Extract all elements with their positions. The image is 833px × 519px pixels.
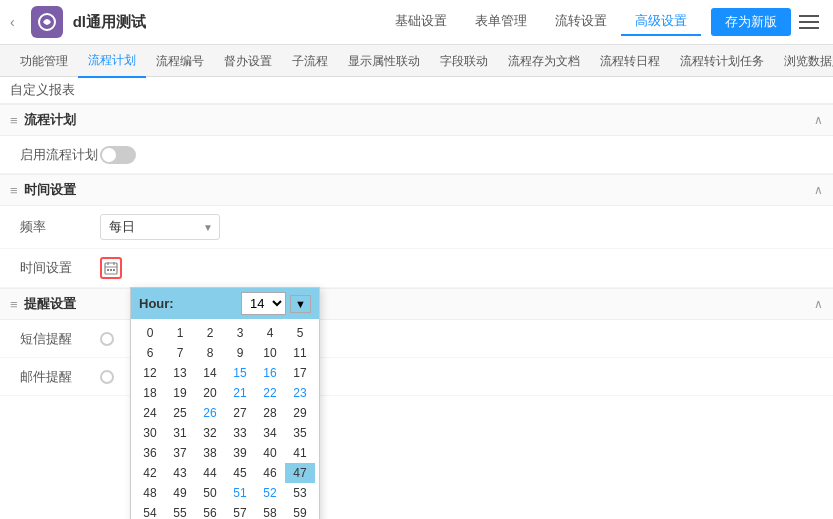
- hour-cell-28[interactable]: 28: [255, 403, 285, 423]
- hour-cell-56[interactable]: 56: [195, 503, 225, 519]
- hour-cell-52[interactable]: 52: [255, 483, 285, 503]
- hour-cell-38[interactable]: 38: [195, 443, 225, 463]
- hour-cell-0[interactable]: 0: [135, 323, 165, 343]
- hour-cell-43[interactable]: 43: [165, 463, 195, 483]
- hour-cell-6[interactable]: 6: [135, 343, 165, 363]
- nav-function-management[interactable]: 功能管理: [10, 45, 78, 77]
- hour-cell-36[interactable]: 36: [135, 443, 165, 463]
- tab-flow-settings[interactable]: 流转设置: [541, 8, 621, 36]
- hour-cell-12[interactable]: 12: [135, 363, 165, 383]
- nav-process-number[interactable]: 流程编号: [146, 45, 214, 77]
- hour-cell-53[interactable]: 53: [285, 483, 315, 503]
- form-row-time-setting: 时间设置 Hour:: [0, 249, 833, 288]
- hour-cell-23[interactable]: 23: [285, 383, 315, 403]
- hour-cell-40[interactable]: 40: [255, 443, 285, 463]
- frequency-select[interactable]: 每日: [100, 214, 220, 240]
- hour-cell-45[interactable]: 45: [225, 463, 255, 483]
- app-container: ‹ dl通用测试 基础设置 表单管理 流转设置 高级设置 存为新版 功能管理 流…: [0, 0, 833, 396]
- nav-sub-process[interactable]: 子流程: [282, 45, 338, 77]
- hour-cell-19[interactable]: 19: [165, 383, 195, 403]
- time-picker-icon[interactable]: [100, 257, 122, 279]
- hour-cell-15[interactable]: 15: [225, 363, 255, 383]
- svg-rect-7: [113, 269, 115, 271]
- hour-cell-51[interactable]: 51: [225, 483, 255, 503]
- enable-plan-toggle[interactable]: [100, 146, 136, 164]
- section-reminder-label: 提醒设置: [24, 295, 76, 313]
- hour-cell-13[interactable]: 13: [165, 363, 195, 383]
- hour-cell-59[interactable]: 59: [285, 503, 315, 519]
- sms-radio[interactable]: [100, 332, 114, 346]
- hour-cell-30[interactable]: 30: [135, 423, 165, 443]
- hour-cell-33[interactable]: 33: [225, 423, 255, 443]
- hour-cell-41[interactable]: 41: [285, 443, 315, 463]
- back-button[interactable]: ‹: [10, 14, 15, 30]
- nav-process-to-doc[interactable]: 流程存为文档: [498, 45, 590, 77]
- hour-cell-48[interactable]: 48: [135, 483, 165, 503]
- hour-cell-55[interactable]: 55: [165, 503, 195, 519]
- hour-cell-27[interactable]: 27: [225, 403, 255, 423]
- hour-cell-26[interactable]: 26: [195, 403, 225, 423]
- email-radio[interactable]: [100, 370, 114, 384]
- hour-cell-49[interactable]: 49: [165, 483, 195, 503]
- save-new-version-button[interactable]: 存为新版: [711, 8, 791, 36]
- hour-cell-50[interactable]: 50: [195, 483, 225, 503]
- hour-cell-21[interactable]: 21: [225, 383, 255, 403]
- hour-cell-7[interactable]: 7: [165, 343, 195, 363]
- hour-select[interactable]: 14: [241, 292, 286, 315]
- hour-cell-2[interactable]: 2: [195, 323, 225, 343]
- hour-cell-5[interactable]: 5: [285, 323, 315, 343]
- hour-cell-31[interactable]: 31: [165, 423, 195, 443]
- hour-cell-35[interactable]: 35: [285, 423, 315, 443]
- hour-cell-57[interactable]: 57: [225, 503, 255, 519]
- content-area: ≡ 流程计划 启用流程计划 ≡ 时间设置 频率: [0, 104, 833, 396]
- frequency-value: 每日: [109, 218, 135, 236]
- nav-process-to-task[interactable]: 流程转计划任务: [670, 45, 774, 77]
- hour-cell-1[interactable]: 1: [165, 323, 195, 343]
- hour-cell-47[interactable]: 47: [285, 463, 315, 483]
- menu-icon[interactable]: [799, 10, 823, 34]
- form-row-email-reminder: 邮件提醒: [0, 358, 833, 396]
- nav-process-plan[interactable]: 流程计划: [78, 44, 146, 78]
- hour-cell-18[interactable]: 18: [135, 383, 165, 403]
- hour-cell-54[interactable]: 54: [135, 503, 165, 519]
- hour-cell-29[interactable]: 29: [285, 403, 315, 423]
- popup-title: Hour:: [139, 296, 174, 311]
- nav-display-attr-link[interactable]: 显示属性联动: [338, 45, 430, 77]
- hour-cell-11[interactable]: 11: [285, 343, 315, 363]
- hour-cell-25[interactable]: 25: [165, 403, 195, 423]
- hour-cell-42[interactable]: 42: [135, 463, 165, 483]
- hour-cell-44[interactable]: 44: [195, 463, 225, 483]
- nav-process-to-schedule[interactable]: 流程转日程: [590, 45, 670, 77]
- hour-cell-20[interactable]: 20: [195, 383, 225, 403]
- hour-cell-3[interactable]: 3: [225, 323, 255, 343]
- hour-cell-58[interactable]: 58: [255, 503, 285, 519]
- hour-cell-10[interactable]: 10: [255, 343, 285, 363]
- hour-cell-22[interactable]: 22: [255, 383, 285, 403]
- form-row-enable-plan: 启用流程计划: [0, 136, 833, 174]
- hour-cell-34[interactable]: 34: [255, 423, 285, 443]
- nav-supervision-settings[interactable]: 督办设置: [214, 45, 282, 77]
- hour-cell-37[interactable]: 37: [165, 443, 195, 463]
- hour-cell-39[interactable]: 39: [225, 443, 255, 463]
- section-process-plan-header: ≡ 流程计划: [0, 104, 833, 136]
- svg-rect-5: [107, 269, 109, 271]
- hour-cell-46[interactable]: 46: [255, 463, 285, 483]
- hour-cell-24[interactable]: 24: [135, 403, 165, 423]
- hour-cell-17[interactable]: 17: [285, 363, 315, 383]
- hour-cell-9[interactable]: 9: [225, 343, 255, 363]
- hour-cell-4[interactable]: 4: [255, 323, 285, 343]
- section-time-toggle[interactable]: [814, 183, 823, 197]
- hour-select-btn[interactable]: ▼: [290, 295, 311, 313]
- hour-cell-32[interactable]: 32: [195, 423, 225, 443]
- hour-cell-8[interactable]: 8: [195, 343, 225, 363]
- tab-advanced-settings[interactable]: 高级设置: [621, 8, 701, 36]
- nav-field-link[interactable]: 字段联动: [430, 45, 498, 77]
- tab-form-management[interactable]: 表单管理: [461, 8, 541, 36]
- tab-basic-settings[interactable]: 基础设置: [381, 8, 461, 36]
- nav-browse-data[interactable]: 浏览数据定义: [774, 45, 833, 77]
- hour-cell-14[interactable]: 14: [195, 363, 225, 383]
- time-section-icon: ≡: [10, 183, 18, 198]
- section-process-plan-toggle[interactable]: [814, 113, 823, 127]
- hour-cell-16[interactable]: 16: [255, 363, 285, 383]
- section-reminder-toggle[interactable]: [814, 297, 823, 311]
